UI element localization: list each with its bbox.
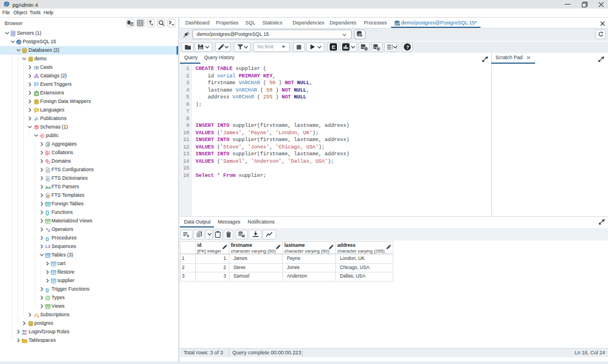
svg-text:(): ()	[46, 210, 49, 216]
svg-text:?: ?	[406, 44, 409, 50]
svg-text:{}: {}	[46, 287, 49, 292]
svg-text:E: E	[331, 44, 335, 50]
svg-text:Aa: Aa	[45, 184, 51, 189]
svg-text:1.3: 1.3	[45, 245, 50, 249]
svg-text:{}: {}	[46, 236, 49, 241]
